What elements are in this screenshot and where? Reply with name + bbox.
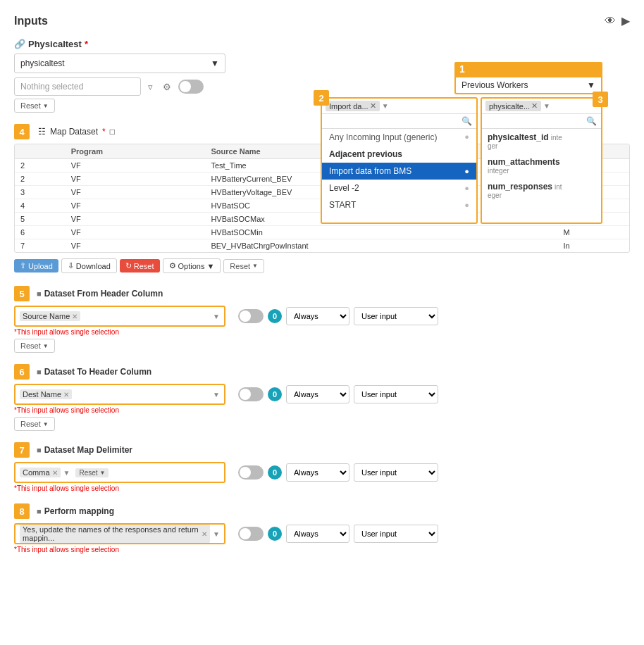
num-label-7: 7	[14, 442, 30, 458]
dataset-from-header-label: 5 ■ Dataset From Header Column	[14, 286, 630, 301]
tags-caret[interactable]: ▼	[382, 102, 389, 110]
perform-always-select[interactable]: Always	[286, 525, 349, 543]
dataset-to-header-label: 6 ■ Dataset To Header Column	[14, 364, 630, 380]
dataset-from-header-section: 5 ■ Dataset From Header Column Source Na…	[14, 286, 630, 353]
popup-right-panel: 3 physicalte... ✕ ▼ 🔍	[481, 97, 602, 224]
collapse-icon6[interactable]: ■	[37, 368, 42, 376]
perform-mapping-hint: *This input allows single selection	[14, 546, 233, 553]
physicaltest-toggle[interactable]	[178, 80, 204, 94]
reset-red-btn[interactable]: ↻ Reset	[120, 259, 160, 273]
num-label-6: 6	[14, 364, 30, 380]
to-userinput-select[interactable]: User input	[354, 385, 438, 403]
popup-left-panel: Import da... ✕ ▼ 🔍 Any Incoming Input (g…	[321, 97, 478, 224]
num-label-5: 5	[14, 286, 30, 301]
badge-to: 0	[268, 387, 282, 401]
pin-icon0: ●	[464, 132, 469, 141]
collapse-icon8[interactable]: ■	[37, 507, 42, 515]
import-tag-remove[interactable]: ✕	[370, 101, 376, 111]
previous-workers-dropdown[interactable]: Previous Workers ▼	[454, 76, 602, 94]
physicaltest-tag-remove[interactable]: ✕	[531, 101, 538, 111]
options-btn[interactable]: ⚙ Options ▼	[163, 258, 221, 273]
collapse-icon7[interactable]: ■	[37, 446, 42, 454]
gear-icon2: ⚙	[169, 261, 176, 270]
popup-tags-row: Import da... ✕ ▼	[322, 99, 476, 114]
popup-right-search-input[interactable]	[486, 117, 583, 125]
delimiter-userinput-select[interactable]: User input	[354, 463, 438, 482]
num-label-8: 8	[14, 503, 30, 519]
from-userinput-select[interactable]: User input	[354, 307, 438, 325]
delimiter-dropdown-arrow[interactable]: ▼	[63, 469, 70, 477]
dataset-to-toggle[interactable]	[238, 387, 264, 401]
page-title: Inputs	[14, 15, 48, 27]
eye-icon[interactable]: 👁	[605, 15, 616, 27]
dropdown-item-level[interactable]: Level -2 ●	[322, 180, 476, 196]
perform-mapping-dropdown-arrow[interactable]: ▼	[213, 530, 220, 538]
num3-badge: 3	[593, 92, 608, 107]
play-icon[interactable]: ▶	[621, 14, 630, 27]
import-tag: Import da... ✕	[326, 101, 380, 111]
delimiter-hint: *This input allows single selection	[14, 484, 233, 492]
gear-icon-btn[interactable]: ⚙	[160, 80, 174, 94]
from-reset-btn[interactable]: Reset	[14, 339, 55, 353]
refresh-icon: ↻	[125, 261, 132, 270]
header-actions: 👁 ▶	[605, 14, 630, 27]
to-always-select[interactable]: Always	[286, 385, 349, 403]
link-icon: 🔗	[14, 39, 25, 49]
dropdown-item-generic[interactable]: Any Incoming Input (generic) ●	[322, 129, 476, 146]
popup-overlay: 1 Previous Workers ▼ 2 Import da... ✕	[321, 62, 602, 224]
physicaltest-item-responses[interactable]: num_responses int eger	[482, 178, 601, 203]
delimiter-toggle[interactable]	[238, 465, 264, 480]
physicaltest-item-id[interactable]: physicaltest_id inte ger	[482, 129, 601, 154]
dest-name-dropdown-arrow[interactable]: ▼	[213, 391, 220, 399]
dest-name-tag: Dest Name ✕	[20, 389, 72, 399]
pin-icon2: ●	[464, 167, 469, 175]
upload-btn[interactable]: ⇧ Upload	[14, 259, 58, 273]
perform-userinput-select[interactable]: User input	[354, 525, 438, 543]
delimiter-tag-remove[interactable]: ✕	[52, 469, 58, 477]
dest-name-tag-remove[interactable]: ✕	[63, 391, 69, 399]
map-reset-btn[interactable]: Reset	[223, 259, 264, 273]
delimiter-reset-btn[interactable]: Reset	[75, 468, 109, 477]
table-row: 6VFHVBatSOCMinM	[15, 226, 629, 239]
physicaltest-reset-btn[interactable]: Reset	[14, 99, 55, 113]
pw-chevron: ▼	[587, 80, 595, 90]
delimiter-tag-input[interactable]: Comma ✕ ▼ Reset	[14, 462, 225, 483]
perform-mapping-toggle[interactable]	[238, 527, 264, 541]
dropdown-item-adjacent[interactable]: Adjacent previous	[322, 146, 476, 163]
upload-icon: ⇧	[20, 261, 26, 270]
popup-search-input[interactable]	[326, 117, 459, 125]
source-name-tag-remove[interactable]: ✕	[72, 313, 78, 320]
popup-dropdown-list: Any Incoming Input (generic) ● Adjacent …	[322, 129, 476, 213]
perform-mapping-section: 8 ■ Perform mapping Yes, update the name…	[14, 503, 630, 553]
expand-icon[interactable]: □	[110, 127, 115, 137]
dest-name-tag-input[interactable]: Dest Name ✕ ▼	[14, 384, 225, 405]
from-always-select[interactable]: Always	[286, 307, 349, 325]
num-label-4: 4	[14, 124, 30, 139]
dropdown-item-import[interactable]: Import data from BMS ●	[322, 163, 476, 180]
dataset-delimiter-section: 7 ■ Dataset Map Delimiter Comma ✕ ▼ Rese…	[14, 442, 630, 492]
dataset-from-toggle[interactable]	[238, 309, 264, 323]
physicaltest-select[interactable]: physicaltest ▼	[14, 54, 225, 73]
delimiter-always-select[interactable]: Always	[286, 463, 349, 482]
popup-right-search-bar: 🔍	[482, 114, 601, 129]
badge-perform: 0	[268, 527, 282, 541]
num2-badge: 2	[314, 90, 329, 106]
page-header: Inputs 👁 ▶	[14, 14, 630, 27]
to-reset-btn[interactable]: Reset	[14, 417, 55, 431]
map-dataset-label: Map Dataset	[50, 127, 98, 137]
collapse-icon5[interactable]: ■	[37, 289, 42, 298]
download-btn[interactable]: ⇩ Download	[61, 258, 117, 273]
popup-num1-header: 1	[454, 62, 602, 76]
right-tags-caret[interactable]: ▼	[543, 102, 550, 110]
filter-icon-btn[interactable]: ▿	[145, 80, 156, 94]
popup-main-row: 2 Import da... ✕ ▼ 🔍	[321, 97, 602, 224]
table-icon: ☷	[38, 127, 46, 137]
dropdown-item-start[interactable]: START ●	[322, 196, 476, 213]
physicaltest-item-attachments[interactable]: num_attachments integer	[482, 154, 601, 178]
physicaltest-tag: physicalte... ✕	[485, 101, 541, 111]
source-name-tag-input[interactable]: Source Name ✕ ▼	[14, 306, 225, 327]
perform-mapping-tag-remove[interactable]: ✕	[202, 530, 207, 538]
source-name-dropdown-arrow[interactable]: ▼	[213, 313, 220, 320]
popup-right-tags-row: physicalte... ✕ ▼	[482, 99, 601, 114]
perform-mapping-tag-input[interactable]: Yes, update the names of the responses a…	[14, 523, 225, 544]
